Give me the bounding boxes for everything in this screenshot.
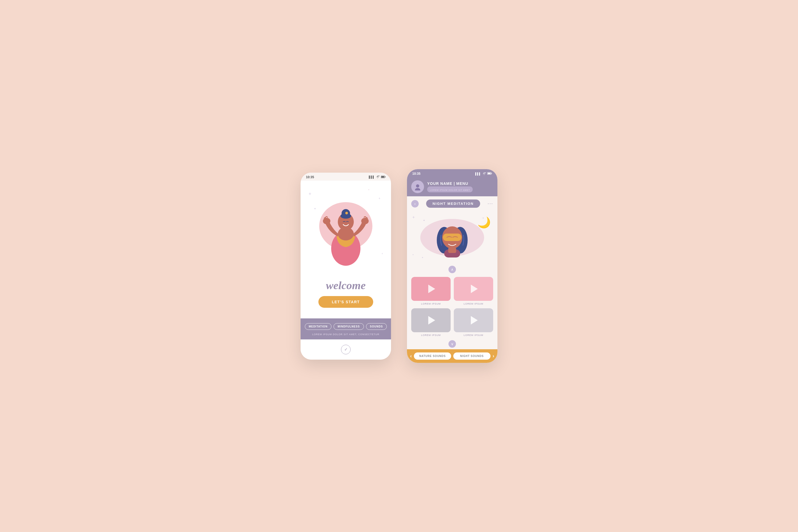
battery-icon-2 xyxy=(487,172,492,175)
svg-point-11 xyxy=(361,218,369,224)
nav-tags-container: MEDITATION MINDFULNESS SOUNDS xyxy=(305,323,387,330)
svg-point-12 xyxy=(484,174,484,175)
play-button-3[interactable] xyxy=(427,316,435,324)
nav-tag-mindfulness[interactable]: MINDFULNESS xyxy=(334,323,364,330)
moon-icon: 🌙 xyxy=(477,216,491,229)
more-options-button[interactable]: ··· xyxy=(488,201,493,206)
phone-screen-2: 10:35 ▌▌▌ xyxy=(407,169,497,363)
down-chevron-icon: ∨ xyxy=(451,342,454,346)
status-bar-1: 10:35 ▌▌▌ xyxy=(301,173,391,180)
signal-icon: ▌▌▌ xyxy=(369,175,375,178)
media-label-4: LOREM IPSUM xyxy=(464,334,483,337)
night-sounds-button[interactable]: NIGHT SOUNDS xyxy=(453,353,491,360)
star-deco2: + xyxy=(379,196,380,200)
character-illustration-2 xyxy=(428,214,476,262)
next-category-button[interactable]: › xyxy=(493,353,494,359)
star-deco4: + xyxy=(381,252,383,255)
illustration-area-2: + ✦ + + ✦ 🌙 xyxy=(407,211,497,264)
nav-tag-sounds[interactable]: SOUNDS xyxy=(366,323,387,330)
svg-rect-3 xyxy=(381,176,384,177)
scroll-up-button[interactable]: ∧ xyxy=(449,266,456,273)
play-icon-3 xyxy=(428,316,435,324)
nature-sounds-button[interactable]: NATURE SOUNDS xyxy=(414,353,451,360)
status-bar-2: 10:35 ▌▌▌ xyxy=(407,169,497,177)
back-button[interactable]: ‹ xyxy=(411,200,419,208)
chevron-area: ✓ xyxy=(301,339,391,360)
profile-header: YOUR NAME | MENU LOREM IPSUM DOLOR SIT A… xyxy=(407,177,497,196)
wifi-icon xyxy=(376,175,380,179)
scroll-up-handle: ∧ xyxy=(407,264,497,275)
media-label-1: LOREM IPSUM xyxy=(421,302,441,305)
screens-container: 10:35 ▌▌▌ xyxy=(301,169,497,363)
play-button-4[interactable] xyxy=(469,316,478,324)
back-arrow-icon: ‹ xyxy=(414,202,416,206)
checkmark-icon: ✓ xyxy=(344,347,348,352)
character-illustration-1 xyxy=(317,187,375,270)
svg-rect-21 xyxy=(443,233,461,241)
nav-subtitle: LOREM IPSUM DOLOR SIT AMET, CONSECTETUR xyxy=(312,333,379,336)
prev-category-button[interactable]: ‹ xyxy=(410,353,412,359)
svg-point-16 xyxy=(416,184,419,188)
profile-subtitle-pill: LOREM IPSUM DOLOR SIT AMET xyxy=(427,187,473,192)
avatar-icon xyxy=(414,183,421,190)
star-deco3: ✦ xyxy=(314,207,316,210)
play-icon-1 xyxy=(428,285,435,293)
play-button-2[interactable] xyxy=(469,285,478,293)
media-card-3: LOREM IPSUM xyxy=(411,308,451,337)
media-card-inner-4 xyxy=(454,308,493,332)
svg-rect-2 xyxy=(385,176,386,177)
avatar xyxy=(411,180,424,193)
nav-tag-meditation[interactable]: MEDITATION xyxy=(305,323,332,330)
media-card-inner-1 xyxy=(411,277,451,301)
star-deco-10: ✦ xyxy=(422,256,423,259)
svg-point-0 xyxy=(377,178,378,178)
play-button-1[interactable] xyxy=(427,285,435,293)
section-title: NIGHT MEDITATION xyxy=(426,200,480,208)
svg-rect-15 xyxy=(488,173,491,174)
star-deco-7: ✦ xyxy=(423,219,425,222)
media-grid: LOREM IPSUM LOREM IPSUM LOREM IPSUM xyxy=(407,275,497,339)
media-card-1: LOREM IPSUM xyxy=(411,277,451,305)
welcome-title: welcome xyxy=(306,279,386,292)
signal-icon-2: ▌▌▌ xyxy=(475,172,481,175)
scroll-down-handle: ∨ xyxy=(407,339,497,349)
time-1: 10:35 xyxy=(306,175,314,179)
battery-icon xyxy=(381,175,386,179)
svg-point-17 xyxy=(415,188,420,190)
svg-point-9 xyxy=(345,212,348,214)
scroll-down-button[interactable]: ∨ xyxy=(449,340,456,348)
welcome-section: welcome LET'S START xyxy=(301,277,391,318)
status-icons-2: ▌▌▌ xyxy=(475,172,492,175)
category-bar: ‹ NATURE SOUNDS NIGHT SOUNDS › xyxy=(407,349,497,363)
svg-rect-14 xyxy=(492,173,492,174)
illustration-area-1: + + ✦ + ✦ xyxy=(301,180,391,277)
play-icon-2 xyxy=(471,285,478,293)
phone-screen-1: 10:35 ▌▌▌ xyxy=(301,173,391,360)
svg-rect-23 xyxy=(448,248,456,253)
section-title-bar: ‹ NIGHT MEDITATION ··· xyxy=(407,196,497,211)
lets-start-button[interactable]: LET'S START xyxy=(318,296,373,308)
media-card-inner-3 xyxy=(411,308,451,332)
media-card-2: LOREM IPSUM xyxy=(454,277,493,305)
media-card-4: LOREM IPSUM xyxy=(454,308,493,337)
wifi-icon-2 xyxy=(482,172,486,175)
play-icon-4 xyxy=(471,316,478,324)
star-deco-9: + xyxy=(412,253,414,256)
star-deco-6: + xyxy=(412,215,415,220)
time-2: 10:35 xyxy=(412,172,421,175)
chevron-down-button[interactable]: ✓ xyxy=(341,345,350,354)
media-card-inner-2 xyxy=(454,277,493,301)
profile-info: YOUR NAME | MENU LOREM IPSUM DOLOR SIT A… xyxy=(427,182,493,192)
profile-name: YOUR NAME | MENU xyxy=(427,182,493,186)
star-deco: + xyxy=(308,191,311,197)
bottom-nav: MEDITATION MINDFULNESS SOUNDS LOREM IPSU… xyxy=(301,318,391,339)
profile-subtitle-text: LOREM IPSUM DOLOR SIT AMET xyxy=(430,189,470,191)
up-chevron-icon: ∧ xyxy=(451,267,454,271)
media-label-2: LOREM IPSUM xyxy=(464,302,483,305)
status-icons-1: ▌▌▌ xyxy=(369,175,386,179)
svg-point-10 xyxy=(323,218,330,224)
media-label-3: LOREM IPSUM xyxy=(421,334,441,337)
